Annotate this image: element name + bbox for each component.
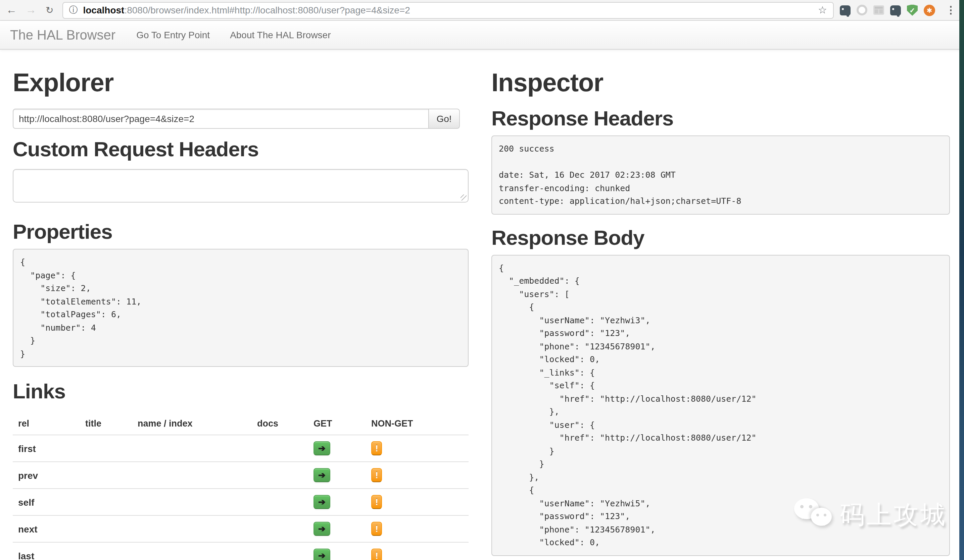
link-rel: last [13,542,80,560]
get-request-button[interactable]: ➔ [314,549,330,560]
non-get-request-button[interactable]: ! [371,522,382,536]
link-row-next: next ➔ ! [13,515,469,542]
response-headers-content: 200 success date: Sat, 16 Dec 2017 02:23… [492,135,950,214]
inspector-title: Inspector [492,68,950,97]
app-navbar: The HAL Browser Go To Entry Point About … [0,21,964,50]
col-header-get: GET [308,413,366,435]
browser-window: ← → ↻ ⓘ localhost:8080/browser/index.htm… [0,0,964,560]
nav-link-entry-point[interactable]: Go To Entry Point [136,29,210,40]
link-rel: self [13,489,80,515]
swirl-extension-icon[interactable] [857,5,867,15]
link-row-last: last ➔ ! [13,542,469,560]
get-request-button[interactable]: ➔ [314,522,330,536]
explorer-panel: Explorer Go! Custom Request Headers Prop… [13,50,469,560]
go-button[interactable]: Go! [428,109,460,129]
elephant-extension-icon[interactable] [840,5,850,15]
custom-headers-textarea-wrap [13,169,469,203]
screenshot-root: ← → ↻ ⓘ localhost:8080/browser/index.htm… [0,0,964,560]
col-header-name-index: name / index [132,413,252,435]
response-headers-title: Response Headers [492,107,950,130]
url-text[interactable]: localhost:8080/browser/index.html#http:/… [83,5,410,15]
explorer-address-row: Go! [13,109,469,129]
nav-link-about[interactable]: About The HAL Browser [230,29,331,40]
non-get-request-button[interactable]: ! [371,549,382,560]
get-request-button[interactable]: ➔ [314,468,330,482]
non-get-request-button[interactable]: ! [371,495,382,509]
col-header-non-get: NON-GET [366,413,469,435]
browser-forward-icon[interactable]: → [26,5,36,15]
browser-toolbar: ← → ↻ ⓘ localhost:8080/browser/index.htm… [0,0,964,21]
link-row-self: self ➔ ! [13,489,469,515]
col-header-rel: rel [13,413,80,435]
address-bar[interactable]: ⓘ localhost:8080/browser/index.html#http… [62,2,834,18]
elephant-extension-icon-2[interactable] [890,5,901,15]
get-request-button[interactable]: ➔ [314,495,330,509]
custom-request-headers-title: Custom Request Headers [13,138,469,160]
url-host: localhost [83,5,124,15]
non-get-request-button[interactable]: ! [371,468,382,482]
link-rel: prev [13,462,80,489]
response-body-title: Response Body [492,226,950,248]
browser-menu-icon[interactable]: ⋮ [946,4,956,16]
link-row-prev: prev ➔ ! [13,462,469,489]
links-table-header-row: rel title name / index docs GET NON-GET [13,413,469,435]
non-get-request-button[interactable]: ! [371,441,382,455]
col-header-docs: docs [252,413,308,435]
main-content: Explorer Go! Custom Request Headers Prop… [0,50,964,560]
layout-grid-extension-icon[interactable] [873,5,884,15]
explorer-title: Explorer [13,68,469,97]
links-table: rel title name / index docs GET NON-GET … [13,413,469,560]
orange-burst-extension-icon[interactable]: ✱ [924,4,935,16]
inspector-panel: Inspector Response Headers 200 success d… [492,50,950,560]
browser-back-icon[interactable]: ← [6,5,17,15]
properties-json: { "page": { "size": 2, "totalElements": … [13,249,469,367]
navbar-brand[interactable]: The HAL Browser [10,27,116,42]
link-rel: first [13,435,80,462]
page-info-icon[interactable]: ⓘ [69,4,78,16]
get-request-button[interactable]: ➔ [314,441,330,455]
explorer-url-input[interactable] [13,109,429,129]
shield-check-extension-icon[interactable]: ✓ [907,4,918,16]
bookmark-star-icon[interactable]: ☆ [813,4,827,16]
col-header-title: title [80,413,132,435]
url-path: :8080/browser/index.html#http://localhos… [124,5,410,15]
window-edge-strip [959,0,964,560]
link-rel: next [13,515,80,542]
links-title: Links [13,380,469,403]
response-body-content: { "_embedded": { "users": [ { "userName"… [492,255,950,556]
properties-title: Properties [13,221,469,243]
browser-reload-icon[interactable]: ↻ [46,5,54,15]
custom-headers-textarea[interactable] [13,169,469,203]
link-row-first: first ➔ ! [13,435,469,462]
